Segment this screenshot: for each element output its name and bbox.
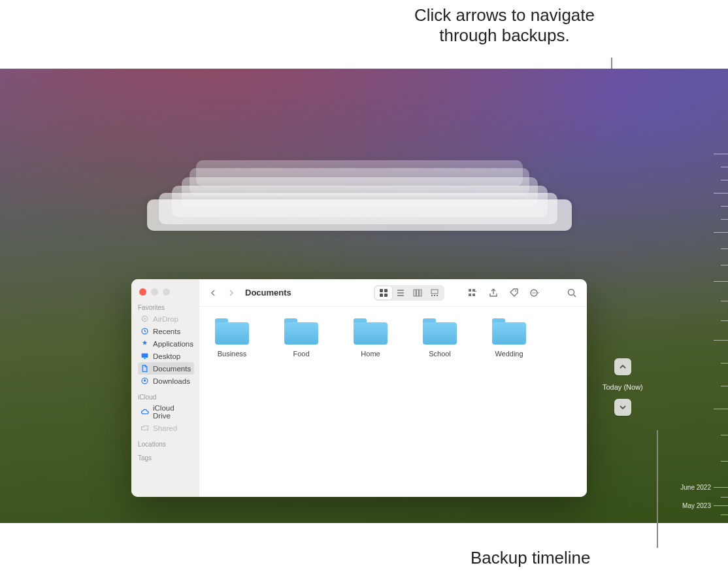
window-traffic-lights [139, 288, 170, 296]
group-by-button[interactable] [464, 284, 481, 301]
svg-rect-17 [469, 289, 471, 292]
folder-item[interactable]: School [420, 318, 459, 485]
svg-rect-4 [144, 358, 146, 359]
folder-icon [492, 318, 526, 345]
backup-nav: Today (Now) [603, 358, 643, 416]
svg-point-1 [144, 318, 145, 319]
annotation-top-line2: through backups. [439, 25, 569, 45]
annotation-top: Click arrows to navigate through backups… [0, 5, 728, 46]
cancel-button[interactable]: Cancel [306, 440, 355, 457]
tags-button[interactable] [506, 284, 523, 301]
finder-sidebar: Favorites AirDrop Recents Applications [131, 279, 199, 497]
sidebar-item-applications[interactable]: Applications [138, 337, 194, 350]
folder-item[interactable]: Home [351, 318, 390, 485]
sidebar-item-label: Recents [153, 328, 180, 335]
share-button[interactable] [485, 284, 502, 301]
window-title: Documents [245, 288, 291, 297]
svg-rect-3 [142, 353, 148, 358]
sidebar-item-label: iCloud Drive [153, 404, 191, 420]
folder-item[interactable]: Wedding [489, 318, 529, 485]
finder-window: Favorites AirDrop Recents Applications [131, 279, 587, 497]
svg-rect-13 [431, 290, 438, 294]
airdrop-icon [141, 314, 149, 323]
action-bar: Cancel Restore [0, 440, 728, 457]
folder-label: Business [218, 350, 247, 358]
svg-rect-9 [384, 294, 388, 297]
svg-point-26 [569, 289, 574, 295]
svg-rect-19 [472, 289, 475, 292]
svg-rect-11 [417, 290, 419, 296]
svg-rect-15 [434, 295, 435, 296]
svg-point-24 [533, 292, 535, 294]
annotation-bottom: Backup timeline [471, 548, 591, 568]
column-view-button[interactable] [409, 286, 426, 299]
close-icon[interactable] [139, 288, 146, 296]
nav-earlier-button[interactable] [614, 358, 631, 375]
sidebar-item-documents[interactable]: Documents [138, 362, 194, 375]
view-mode-group [374, 285, 444, 301]
svg-rect-8 [380, 294, 383, 297]
folder-label: Wedding [495, 350, 523, 358]
forward-button[interactable] [224, 286, 239, 300]
shared-icon [141, 424, 149, 432]
search-button[interactable] [563, 284, 580, 301]
timeline-label: May 2023 [682, 502, 711, 509]
svg-rect-6 [380, 289, 383, 292]
sidebar-item-downloads[interactable]: Downloads [138, 375, 194, 387]
desktop-icon [141, 352, 149, 360]
sidebar-item-shared: Shared [138, 422, 194, 434]
gallery-view-button[interactable] [426, 286, 443, 299]
icon-view-button[interactable] [375, 286, 392, 299]
folder-icon [423, 318, 457, 345]
back-button[interactable] [206, 286, 220, 300]
sidebar-item-desktop[interactable]: Desktop [138, 350, 194, 362]
finder-toolbar: Documents [199, 279, 587, 307]
svg-rect-10 [414, 290, 416, 296]
folder-icon [354, 318, 388, 345]
sidebar-section-favorites: Favorites [138, 304, 194, 311]
folder-label: Food [293, 350, 309, 358]
folder-label: School [429, 350, 451, 358]
svg-rect-20 [472, 294, 475, 296]
annotation-bottom-leader [657, 430, 658, 548]
sidebar-item-label: Desktop [153, 352, 180, 360]
time-machine-stage: Favorites AirDrop Recents Applications [0, 69, 728, 523]
sidebar-item-recents[interactable]: Recents [138, 325, 194, 337]
applications-icon [141, 339, 149, 348]
svg-point-23 [532, 292, 533, 294]
svg-rect-16 [437, 295, 438, 296]
current-backup-label: Today (Now) [603, 383, 643, 391]
nav-later-button[interactable] [614, 399, 631, 416]
ghost-window [147, 199, 572, 231]
sidebar-item-iclouddrive[interactable]: iCloud Drive [138, 402, 194, 422]
folder-label: Home [361, 350, 380, 358]
svg-rect-14 [431, 295, 433, 296]
sidebar-item-label: AirDrop [153, 315, 178, 323]
sidebar-section-icloud: iCloud [138, 394, 194, 401]
action-menu-button[interactable] [527, 284, 544, 301]
clock-icon [141, 327, 149, 335]
zoom-icon [163, 288, 170, 296]
svg-point-25 [535, 292, 536, 294]
folder-icon [215, 318, 249, 345]
folder-item[interactable]: Business [212, 318, 252, 485]
folder-item[interactable]: Food [282, 318, 321, 485]
svg-rect-18 [469, 294, 471, 296]
sidebar-item-label: Shared [153, 424, 177, 432]
folder-icon [284, 318, 318, 345]
list-view-button[interactable] [392, 286, 409, 299]
timeline-label: June 2022 [680, 484, 711, 491]
minimize-icon [151, 288, 158, 296]
sidebar-item-label: Applications [153, 340, 193, 348]
folder-grid: Business Food Home School Wedding [199, 307, 587, 497]
sidebar-item-label: Documents [153, 365, 191, 373]
finder-main: Documents [199, 279, 587, 497]
backup-timeline[interactable]: June 2022 May 2023 Yesterday Now [666, 147, 728, 523]
svg-point-21 [515, 290, 516, 292]
sidebar-item-airdrop: AirDrop [138, 313, 194, 325]
annotation-bottom-text: Backup timeline [471, 548, 591, 568]
downloads-icon [141, 377, 149, 385]
document-icon [141, 364, 149, 373]
restore-button: Restore [370, 440, 422, 457]
annotation-top-line1: Click arrows to navigate [414, 5, 595, 25]
